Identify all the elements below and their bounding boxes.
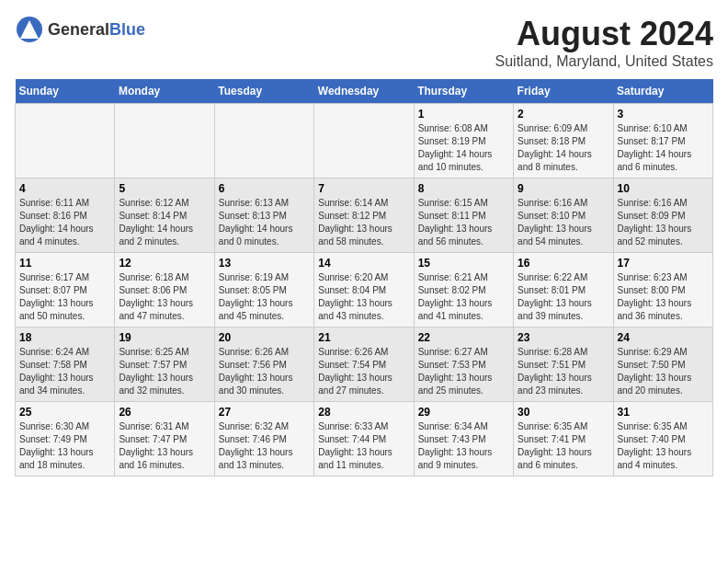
day-number: 12 [119, 257, 210, 270]
day-info: Sunrise: 6:21 AMSunset: 8:02 PMDaylight:… [418, 271, 509, 323]
day-info: Sunrise: 6:26 AMSunset: 7:56 PMDaylight:… [219, 346, 310, 397]
day-info: Sunrise: 6:19 AMSunset: 8:05 PMDaylight:… [219, 271, 310, 323]
day-info: Sunrise: 6:18 AMSunset: 8:06 PMDaylight:… [119, 271, 210, 323]
day-number: 30 [518, 406, 609, 419]
day-number: 28 [318, 406, 409, 419]
calendar-cell: 20Sunrise: 6:26 AMSunset: 7:56 PMDayligh… [214, 327, 313, 402]
day-number: 10 [618, 182, 709, 195]
week-row-3: 11Sunrise: 6:17 AMSunset: 8:07 PMDayligh… [16, 253, 713, 327]
day-number: 5 [119, 182, 210, 195]
day-info: Sunrise: 6:25 AMSunset: 7:57 PMDaylight:… [119, 346, 210, 397]
header-monday: Monday [115, 79, 214, 104]
calendar-cell: 16Sunrise: 6:22 AMSunset: 8:01 PMDayligh… [514, 253, 613, 327]
day-number: 2 [518, 108, 609, 121]
calendar-cell: 26Sunrise: 6:31 AMSunset: 7:47 PMDayligh… [115, 402, 214, 477]
calendar-cell: 10Sunrise: 6:16 AMSunset: 8:09 PMDayligh… [613, 178, 712, 253]
day-info: Sunrise: 6:35 AMSunset: 7:41 PMDaylight:… [518, 420, 609, 472]
day-info: Sunrise: 6:30 AMSunset: 7:49 PMDaylight:… [19, 420, 110, 472]
day-number: 8 [418, 182, 509, 195]
day-info: Sunrise: 6:22 AMSunset: 8:01 PMDaylight:… [518, 271, 609, 323]
day-info: Sunrise: 6:28 AMSunset: 7:51 PMDaylight:… [518, 346, 609, 397]
day-number: 31 [618, 406, 709, 419]
day-info: Sunrise: 6:23 AMSunset: 8:00 PMDaylight:… [618, 271, 709, 323]
page-title: August 2024 [495, 15, 713, 53]
calendar-cell: 14Sunrise: 6:20 AMSunset: 8:04 PMDayligh… [314, 253, 414, 327]
day-number: 19 [119, 331, 210, 344]
day-info: Sunrise: 6:09 AMSunset: 8:18 PMDaylight:… [518, 122, 609, 174]
day-info: Sunrise: 6:35 AMSunset: 7:40 PMDaylight:… [618, 420, 709, 472]
calendar-cell: 4Sunrise: 6:11 AMSunset: 8:16 PMDaylight… [16, 178, 115, 253]
calendar-cell: 18Sunrise: 6:24 AMSunset: 7:58 PMDayligh… [16, 327, 115, 402]
week-row-1: 1Sunrise: 6:08 AMSunset: 8:19 PMDaylight… [16, 104, 713, 178]
day-info: Sunrise: 6:15 AMSunset: 8:11 PMDaylight:… [418, 197, 509, 248]
logo-icon [15, 15, 44, 44]
calendar-cell: 25Sunrise: 6:30 AMSunset: 7:49 PMDayligh… [16, 402, 115, 477]
week-row-2: 4Sunrise: 6:11 AMSunset: 8:16 PMDaylight… [16, 178, 713, 253]
title-block: August 2024 Suitland, Maryland, United S… [495, 15, 713, 70]
calendar-cell: 27Sunrise: 6:32 AMSunset: 7:46 PMDayligh… [214, 402, 313, 477]
header-sunday: Sunday [16, 79, 115, 104]
day-number: 11 [19, 257, 110, 270]
day-info: Sunrise: 6:33 AMSunset: 7:44 PMDaylight:… [318, 420, 409, 472]
day-number: 22 [418, 331, 509, 344]
header-wednesday: Wednesday [314, 79, 414, 104]
calendar-cell: 9Sunrise: 6:16 AMSunset: 8:10 PMDaylight… [514, 178, 613, 253]
day-number: 16 [518, 257, 609, 270]
day-info: Sunrise: 6:16 AMSunset: 8:10 PMDaylight:… [518, 197, 609, 248]
day-number: 3 [618, 108, 709, 121]
header-saturday: Saturday [613, 79, 712, 104]
calendar-cell: 5Sunrise: 6:12 AMSunset: 8:14 PMDaylight… [115, 178, 214, 253]
day-info: Sunrise: 6:34 AMSunset: 7:43 PMDaylight:… [418, 420, 509, 472]
calendar-cell: 7Sunrise: 6:14 AMSunset: 8:12 PMDaylight… [314, 178, 414, 253]
calendar-cell [115, 104, 214, 178]
day-number: 25 [19, 406, 110, 419]
calendar-cell: 24Sunrise: 6:29 AMSunset: 7:50 PMDayligh… [613, 327, 712, 402]
logo-general-text: General [48, 20, 109, 39]
header-thursday: Thursday [414, 79, 513, 104]
header-friday: Friday [514, 79, 613, 104]
day-number: 1 [418, 108, 509, 121]
calendar-cell: 17Sunrise: 6:23 AMSunset: 8:00 PMDayligh… [613, 253, 712, 327]
day-info: Sunrise: 6:14 AMSunset: 8:12 PMDaylight:… [318, 197, 409, 248]
calendar-table: SundayMondayTuesdayWednesdayThursdayFrid… [15, 79, 713, 477]
calendar-cell: 28Sunrise: 6:33 AMSunset: 7:44 PMDayligh… [314, 402, 414, 477]
day-info: Sunrise: 6:27 AMSunset: 7:53 PMDaylight:… [418, 346, 509, 397]
week-row-5: 25Sunrise: 6:30 AMSunset: 7:49 PMDayligh… [16, 402, 713, 477]
calendar-cell: 11Sunrise: 6:17 AMSunset: 8:07 PMDayligh… [16, 253, 115, 327]
day-number: 23 [518, 331, 609, 344]
calendar-cell: 22Sunrise: 6:27 AMSunset: 7:53 PMDayligh… [414, 327, 513, 402]
day-info: Sunrise: 6:29 AMSunset: 7:50 PMDaylight:… [618, 346, 709, 397]
calendar-cell [314, 104, 414, 178]
day-number: 29 [418, 406, 509, 419]
day-number: 18 [19, 331, 110, 344]
week-row-4: 18Sunrise: 6:24 AMSunset: 7:58 PMDayligh… [16, 327, 713, 402]
day-info: Sunrise: 6:12 AMSunset: 8:14 PMDaylight:… [119, 197, 210, 248]
day-number: 24 [618, 331, 709, 344]
day-info: Sunrise: 6:16 AMSunset: 8:09 PMDaylight:… [618, 197, 709, 248]
day-info: Sunrise: 6:17 AMSunset: 8:07 PMDaylight:… [19, 271, 110, 323]
day-info: Sunrise: 6:31 AMSunset: 7:47 PMDaylight:… [119, 420, 210, 472]
day-number: 7 [318, 182, 409, 195]
day-info: Sunrise: 6:24 AMSunset: 7:58 PMDaylight:… [19, 346, 110, 397]
day-number: 6 [219, 182, 310, 195]
day-number: 4 [19, 182, 110, 195]
calendar-cell: 21Sunrise: 6:26 AMSunset: 7:54 PMDayligh… [314, 327, 414, 402]
calendar-cell [214, 104, 313, 178]
calendar-cell: 13Sunrise: 6:19 AMSunset: 8:05 PMDayligh… [214, 253, 313, 327]
day-info: Sunrise: 6:11 AMSunset: 8:16 PMDaylight:… [19, 197, 110, 248]
calendar-cell [16, 104, 115, 178]
day-number: 27 [219, 406, 310, 419]
calendar-cell: 12Sunrise: 6:18 AMSunset: 8:06 PMDayligh… [115, 253, 214, 327]
calendar-cell: 8Sunrise: 6:15 AMSunset: 8:11 PMDaylight… [414, 178, 513, 253]
page-header: GeneralBlue August 2024 Suitland, Maryla… [15, 15, 713, 70]
day-info: Sunrise: 6:20 AMSunset: 8:04 PMDaylight:… [318, 271, 409, 323]
header-row: SundayMondayTuesdayWednesdayThursdayFrid… [16, 79, 713, 104]
calendar-cell: 15Sunrise: 6:21 AMSunset: 8:02 PMDayligh… [414, 253, 513, 327]
day-number: 14 [318, 257, 409, 270]
calendar-cell: 6Sunrise: 6:13 AMSunset: 8:13 PMDaylight… [214, 178, 313, 253]
calendar-cell: 23Sunrise: 6:28 AMSunset: 7:51 PMDayligh… [514, 327, 613, 402]
logo: GeneralBlue [15, 15, 145, 44]
day-info: Sunrise: 6:10 AMSunset: 8:17 PMDaylight:… [618, 122, 709, 174]
day-number: 26 [119, 406, 210, 419]
day-info: Sunrise: 6:26 AMSunset: 7:54 PMDaylight:… [318, 346, 409, 397]
